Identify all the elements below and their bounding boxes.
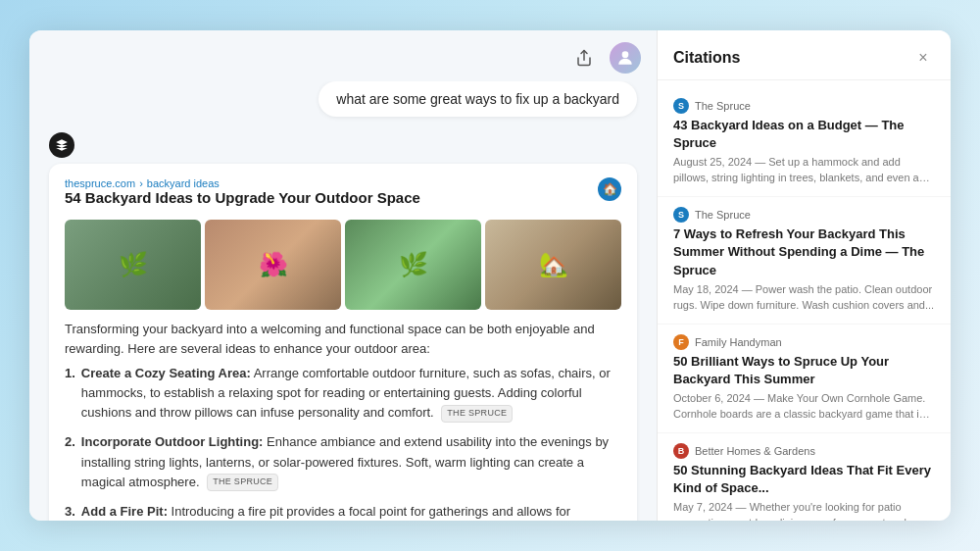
- citations-header: Citations ×: [658, 30, 951, 80]
- item-list: 1. Create a Cozy Seating Area: Arrange c…: [65, 364, 621, 521]
- citation-icon-3: F: [673, 334, 689, 350]
- citation-snippet-2: May 18, 2024 — Power wash the patio. Cle…: [673, 282, 935, 314]
- ai-icon: [49, 132, 74, 158]
- item-number: 1.: [65, 364, 75, 423]
- citation-title-1: 43 Backyard Ideas on a Budget — The Spru…: [673, 117, 935, 152]
- assistant-header: [49, 132, 637, 158]
- citation-source-row-2: S The Spruce: [673, 207, 935, 223]
- home-icon-badge: 🏠: [598, 177, 621, 201]
- citation-item-3[interactable]: F Family Handyman 50 Brilliant Ways to S…: [658, 325, 951, 433]
- citation-icon-1: S: [673, 98, 689, 114]
- image-3: [345, 220, 481, 310]
- citation-source-row-4: B Better Homes & Gardens: [673, 443, 935, 459]
- source-badge-1: THE SPRUCE: [441, 405, 513, 423]
- user-bubble: what are some great ways to fix up a bac…: [318, 81, 637, 117]
- citation-icon-2: S: [673, 207, 689, 223]
- item-number-3: 3.: [65, 502, 75, 521]
- citation-snippet-3: October 6, 2024 — Make Your Own Cornhole…: [673, 391, 935, 423]
- citation-item-1[interactable]: S The Spruce 43 Backyard Ideas on a Budg…: [658, 88, 951, 197]
- image-1: [65, 220, 201, 310]
- main-window: what are some great ways to fix up a bac…: [29, 30, 951, 521]
- close-citations-button[interactable]: ×: [911, 46, 935, 70]
- citations-panel: Citations × S The Spruce 43 Backyard Ide…: [657, 30, 951, 521]
- citation-item-2[interactable]: S The Spruce 7 Ways to Refresh Your Back…: [658, 197, 951, 324]
- item-label-1: Create a Cozy Seating Area:: [81, 366, 251, 380]
- citation-title-4: 50 Stunning Backyard Ideas That Fit Ever…: [673, 462, 935, 497]
- top-bar: [29, 30, 657, 81]
- assistant-message: thespruce.com › backyard ideas 54 Backya…: [49, 132, 637, 521]
- result-source: thespruce.com: [65, 177, 135, 189]
- item-text-3: Add a Fire Pit: Introducing a fire pit p…: [81, 502, 621, 521]
- user-message-text: what are some great ways to fix up a bac…: [336, 91, 619, 107]
- citation-item-4[interactable]: B Better Homes & Gardens 50 Stunning Bac…: [658, 433, 951, 521]
- list-item: 3. Add a Fire Pit: Introducing a fire pi…: [65, 502, 621, 521]
- share-button[interactable]: [568, 42, 600, 74]
- item-text-2: Incorporate Outdoor Lighting: Enhance am…: [81, 432, 621, 491]
- citation-source-row-3: F Family Handyman: [673, 334, 935, 350]
- citation-snippet-1: August 25, 2024 — Set up a hammock and a…: [673, 155, 935, 186]
- citation-source-row-1: S The Spruce: [673, 98, 935, 114]
- chat-area: what are some great ways to fix up a bac…: [29, 81, 657, 521]
- source-badge-2: THE SPRUCE: [207, 474, 278, 491]
- result-title: 54 Backyard Ideas to Upgrade Your Outdoo…: [65, 189, 420, 206]
- citation-title-2: 7 Ways to Refresh Your Backyard This Sum…: [673, 225, 935, 279]
- left-panel: what are some great ways to fix up a bac…: [29, 30, 657, 521]
- item-text: Create a Cozy Seating Area: Arrange comf…: [81, 364, 621, 423]
- list-item: 2. Incorporate Outdoor Lighting: Enhance…: [65, 432, 621, 491]
- citations-title: Citations: [673, 49, 740, 67]
- citation-source-2: The Spruce: [695, 209, 751, 221]
- citation-icon-4: B: [673, 443, 689, 459]
- citation-title-3: 50 Brilliant Ways to Spruce Up Your Back…: [673, 353, 935, 388]
- citation-snippet-4: May 7, 2024 — Whether you're looking for…: [673, 500, 935, 521]
- user-message-wrap: what are some great ways to fix up a bac…: [49, 81, 637, 117]
- image-4: [485, 220, 621, 310]
- result-source-breadcrumb: thespruce.com › backyard ideas: [65, 177, 420, 189]
- item-label-2: Incorporate Outdoor Lighting:: [81, 434, 264, 449]
- breadcrumb-separator: ›: [139, 177, 143, 189]
- image-2: [205, 220, 341, 310]
- breadcrumb-item: backyard ideas: [147, 177, 220, 189]
- result-card: thespruce.com › backyard ideas 54 Backya…: [49, 164, 637, 521]
- item-label-3: Add a Fire Pit:: [81, 504, 168, 519]
- citation-source-3: Family Handyman: [695, 336, 782, 348]
- citations-list: S The Spruce 43 Backyard Ideas on a Budg…: [658, 80, 951, 521]
- item-number-2: 2.: [65, 432, 75, 491]
- citation-source-4: Better Homes & Gardens: [695, 445, 815, 457]
- list-item: 1. Create a Cozy Seating Area: Arrange c…: [65, 364, 621, 423]
- images-row: [65, 220, 621, 310]
- avatar[interactable]: [610, 42, 641, 74]
- result-intro: Transforming your backyard into a welcom…: [65, 320, 621, 358]
- citation-source-1: The Spruce: [695, 100, 751, 112]
- svg-point-1: [622, 51, 629, 58]
- result-card-header: thespruce.com › backyard ideas 54 Backya…: [65, 177, 621, 214]
